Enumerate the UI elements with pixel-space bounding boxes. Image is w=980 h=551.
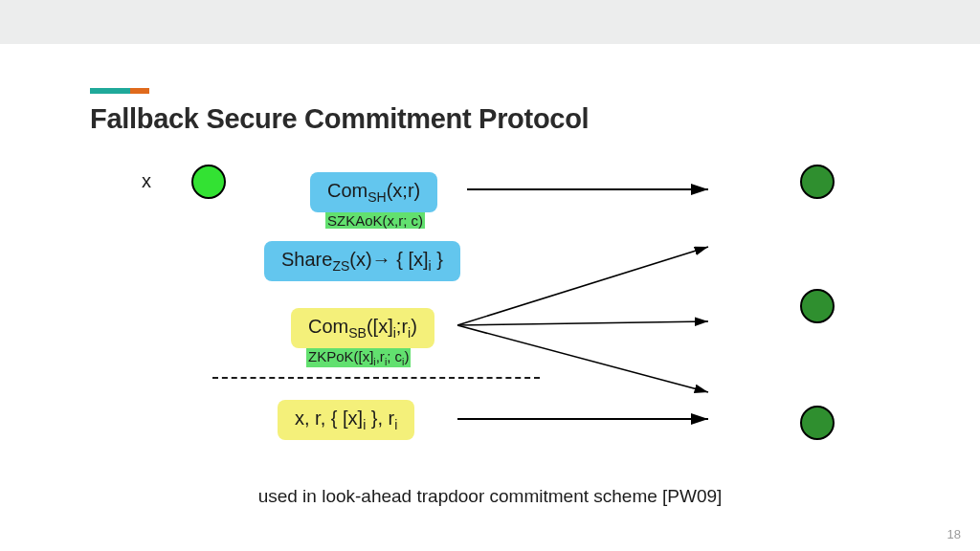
slide-title: Fallback Secure Commitment Protocol <box>90 103 589 135</box>
receiver-node-1 <box>800 165 835 199</box>
step-com-sh: ComSH(x;r) <box>310 172 437 212</box>
sender-node <box>191 165 226 199</box>
annot-szkaok: SZKAoK(x,r; c) <box>325 212 425 229</box>
step-com-sb: ComSB([x]i;ri) <box>291 308 434 348</box>
accent-bar <box>90 88 149 94</box>
step-reveal: x, r, { [x]i }, ri <box>278 400 414 440</box>
commit-reveal-divider <box>212 377 540 379</box>
receiver-node-2 <box>800 289 835 323</box>
page-number: 18 <box>947 527 961 541</box>
top-bar <box>0 0 980 44</box>
receiver-node-3 <box>800 406 835 440</box>
step-share: ShareZS(x)→ { [x]i } <box>264 241 460 281</box>
slide-caption: used in look-ahead trapdoor commitment s… <box>0 486 980 507</box>
annot-zkpok: ZKPoK([x]i,ri; ci) <box>306 348 411 367</box>
sender-input-x: x <box>142 170 151 192</box>
